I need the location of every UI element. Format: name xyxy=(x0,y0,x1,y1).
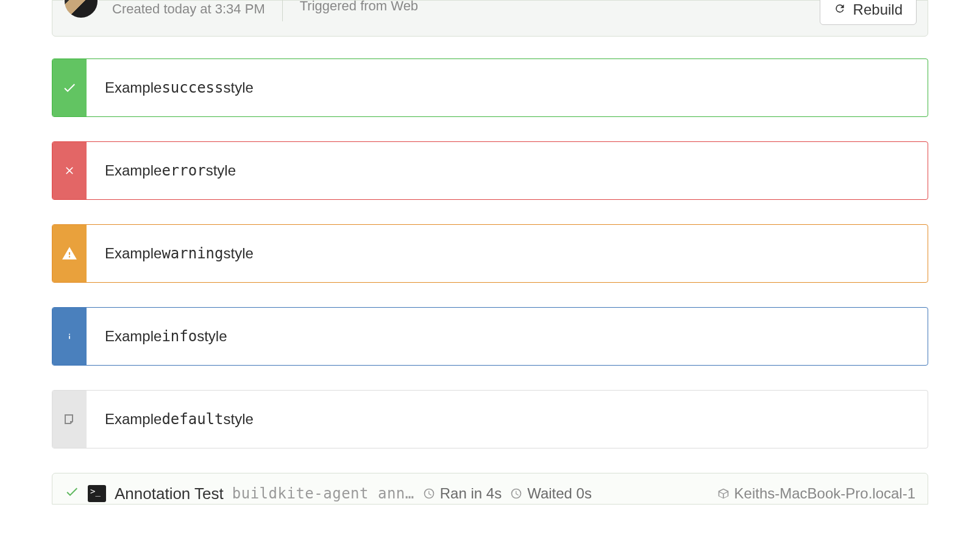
job-ran-in: Ran in 4s xyxy=(423,485,502,502)
note-icon xyxy=(52,391,87,448)
rebuild-label: Rebuild xyxy=(853,1,903,18)
annotation-success[interactable]: Example success style xyxy=(52,58,928,117)
job-title: Annotation Test xyxy=(115,484,224,503)
header-meta: Created today at 3:34 PM Triggered from … xyxy=(112,0,820,21)
job-waited: Waited 0s xyxy=(510,485,592,502)
avatar xyxy=(63,0,99,19)
annotation-text: Example warning style xyxy=(87,225,272,282)
annotation-text: Example error style xyxy=(87,142,254,199)
trigger-source: Triggered from Web xyxy=(300,0,418,14)
annotation-warning[interactable]: Example warning style xyxy=(52,224,928,283)
annotation-error[interactable]: Example error style xyxy=(52,141,928,200)
annotation-text: Example info style xyxy=(87,308,246,365)
annotation-info[interactable]: Example info style xyxy=(52,307,928,366)
box-icon xyxy=(717,487,730,500)
refresh-icon xyxy=(834,1,846,18)
created-time: Created today at 3:34 PM xyxy=(112,1,265,17)
job-agent: Keiths-MacBook-Pro.local-1 xyxy=(717,485,915,502)
clock-icon xyxy=(423,487,435,500)
rebuild-button[interactable]: Rebuild xyxy=(820,0,917,25)
annotation-text: Example success style xyxy=(87,59,272,116)
divider xyxy=(282,0,283,21)
warning-icon xyxy=(52,225,87,282)
info-icon xyxy=(52,308,87,365)
job-command: buildkite-agent ann… xyxy=(232,485,414,502)
annotation-text: Example default style xyxy=(87,391,272,448)
annotation-default[interactable]: Example default style xyxy=(52,390,928,448)
terminal-icon xyxy=(88,485,106,502)
clock-icon xyxy=(510,487,522,500)
check-icon xyxy=(52,59,87,116)
check-icon xyxy=(65,484,79,503)
close-icon xyxy=(52,142,87,199)
job-row[interactable]: Annotation Test buildkite-agent ann… Ran… xyxy=(52,473,928,505)
build-header: Created today at 3:34 PM Triggered from … xyxy=(52,0,928,37)
